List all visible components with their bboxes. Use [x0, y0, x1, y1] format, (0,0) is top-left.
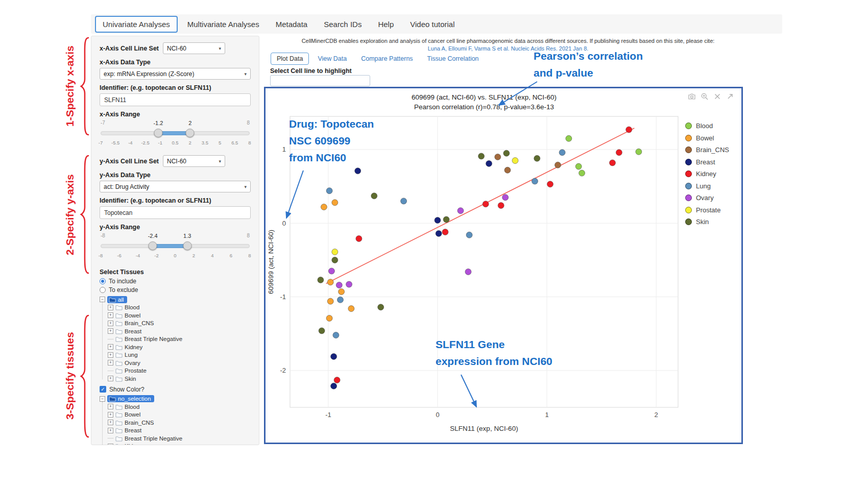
tree-item-lung[interactable]: +Lung [108, 351, 251, 359]
folder-icon [115, 336, 123, 342]
exclude-tissue-tree: −no_selection+Blood+Bowel+Brain_CNS+Brea… [100, 395, 251, 446]
y-identifier-input[interactable] [100, 206, 251, 219]
expand-icon[interactable]: + [108, 344, 113, 350]
x-data-type-label: x-Axis Data Type [100, 59, 251, 66]
legend-item-ovary[interactable]: Ovary [685, 194, 729, 202]
legend-item-breast[interactable]: Breast [685, 158, 729, 166]
tree-item-blood[interactable]: +Blood [108, 403, 251, 411]
radio-to-exclude[interactable]: To exclude [100, 286, 251, 294]
legend-dot-icon [685, 218, 692, 225]
expand-icon[interactable]: + [108, 404, 113, 409]
expand-icon[interactable]: + [108, 321, 113, 326]
legend-item-bowel[interactable]: Bowel [685, 134, 729, 142]
highlight-cell-line-input[interactable] [270, 75, 370, 86]
slider-handle-min[interactable] [149, 241, 157, 250]
brace-step3 [80, 314, 90, 438]
show-color-checkbox[interactable]: ✓ Show Color? [100, 386, 251, 393]
legend-item-lung[interactable]: Lung [685, 182, 729, 190]
tree-item-kidney[interactable]: +Kidney [108, 443, 251, 446]
slider-to-value: 2 [188, 120, 191, 126]
tree-item-ovary[interactable]: +Ovary [108, 359, 251, 367]
tree-item-bowel[interactable]: +Bowel [108, 311, 251, 320]
legend-item-kidney[interactable]: Kidney [685, 170, 729, 178]
tree-item-kidney[interactable]: +Kidney [108, 343, 251, 351]
legend-item-prostate[interactable]: Prostate [685, 206, 729, 214]
annotation-gene: SLFN11 Gene expression from NCI60 [436, 336, 552, 370]
legend-dot-icon [685, 207, 692, 213]
x-identifier-input[interactable] [100, 93, 251, 106]
svg-text:-1: -1 [325, 411, 331, 419]
y-range-slider[interactable]: -88-2.41.3-8-6-4-202468 [101, 233, 250, 261]
nav-tab-multivariate-analyses[interactable]: Multivariate Analyses [181, 17, 266, 32]
nav-tab-search-ids[interactable]: Search IDs [317, 17, 368, 32]
slider-handle-min[interactable] [154, 129, 162, 137]
page: 1-Specify x-axis 2-Specify y-axis 3-Spec… [0, 0, 868, 488]
expand-icon[interactable]: + [108, 444, 113, 445]
x-data-type-select[interactable]: exp: mRNA Expression (Z-Score) ▾ [100, 68, 251, 80]
tree-item-brain-cns[interactable]: +Brain_CNS [108, 320, 251, 328]
tab-tissue-correlation[interactable]: Tissue Correlation [422, 53, 485, 64]
nav-tab-help[interactable]: Help [371, 17, 400, 32]
folder-icon [115, 352, 123, 358]
legend-dot-icon [685, 123, 692, 129]
plot-tabs: Plot DataView DataCompare PatternsTissue… [271, 53, 485, 65]
tree-item-breast[interactable]: +Breast [108, 327, 251, 335]
folder-icon [115, 435, 123, 442]
tree-item-blood[interactable]: +Blood [108, 304, 251, 312]
folder-icon [115, 360, 123, 366]
radio-to-include[interactable]: To include [100, 278, 251, 285]
slider-selected-range[interactable] [153, 244, 187, 248]
expand-icon[interactable]: + [108, 312, 113, 318]
annotation-step1: 1-Specify x-axis [64, 45, 76, 127]
tree-item-breast[interactable]: +Breast [108, 427, 251, 435]
tree-root-no-selection[interactable]: −no_selection [100, 395, 251, 403]
expand-icon[interactable]: + [108, 376, 113, 381]
sidebar: x-Axis Cell Line Set NCI-60 ▾ x-Axis Dat… [91, 36, 259, 445]
tree-item-brain-cns[interactable]: +Brain_CNS [108, 419, 251, 427]
chevron-down-icon: ▾ [219, 46, 221, 51]
x-range-slider[interactable]: -78-1.22-7-5.5-4-2.5-10.523.556.58 [101, 120, 250, 149]
expand-icon[interactable]: + [108, 412, 113, 418]
collapse-icon[interactable]: − [100, 396, 105, 402]
legend-dot-icon [685, 170, 692, 177]
tree-item-prostate[interactable]: Prostate [108, 367, 251, 375]
svg-text:0: 0 [436, 411, 439, 419]
y-cell-line-set-select[interactable]: NCI-60 ▾ [163, 155, 225, 167]
citation-link[interactable]: Luna A, Elloumi F, Varma S et al. Nuclei… [266, 45, 751, 52]
chevron-down-icon: ▾ [244, 184, 247, 189]
expand-icon[interactable]: + [108, 305, 113, 310]
y-data-type-select[interactable]: act: Drug Activity ▾ [100, 181, 251, 192]
tree-root-all[interactable]: −all [100, 296, 251, 304]
slider-from-value: -2.4 [148, 233, 158, 239]
nav-tab-metadata[interactable]: Metadata [269, 17, 315, 32]
expand-icon[interactable]: + [108, 328, 113, 334]
expand-icon[interactable]: + [108, 420, 113, 425]
svg-text:-2: -2 [280, 367, 286, 374]
tab-compare-patterns[interactable]: Compare Patterns [355, 53, 418, 64]
y-data-type-label: y-Axis Data Type [100, 172, 251, 179]
y-identifier-label: Identifier: (e.g. topotecan or SLFN11) [100, 197, 251, 204]
tab-plot-data[interactable]: Plot Data [271, 53, 309, 65]
y-cell-line-set-label: y-Axis Cell Line Set [100, 158, 159, 165]
tab-view-data[interactable]: View Data [312, 53, 352, 64]
nav-tab-univariate-analyses[interactable]: Univariate Analyses [95, 16, 178, 33]
legend-item-blood[interactable]: Blood [685, 122, 729, 130]
expand-icon[interactable]: + [108, 352, 113, 358]
legend-item-brain-cns[interactable]: Brain_CNS [685, 146, 729, 154]
nav-tab-video-tutorial[interactable]: Video tutorial [403, 17, 461, 32]
expand-icon[interactable]: + [108, 428, 113, 433]
tree-item-breast-triple-negative[interactable]: Breast Triple Negative [108, 335, 251, 344]
collapse-icon[interactable]: − [100, 297, 105, 302]
folder-icon [115, 420, 123, 426]
top-nav: Univariate AnalysesMultivariate Analyses… [91, 14, 782, 34]
x-cell-line-set-select[interactable]: NCI-60 ▾ [163, 42, 225, 54]
legend-item-skin[interactable]: Skin [685, 218, 729, 226]
tree-item-skin[interactable]: +Skin [108, 375, 251, 383]
checkbox-checked-icon: ✓ [100, 386, 106, 393]
tree-item-breast-triple-negative[interactable]: Breast Triple Negative [108, 434, 251, 443]
tree-item-bowel[interactable]: +Bowel [108, 411, 251, 419]
annotation-drug: Drug: Topotecan NSC 609699 from NCI60 [289, 115, 374, 166]
slider-handle-max[interactable] [186, 129, 195, 137]
slider-handle-max[interactable] [183, 241, 191, 250]
expand-icon[interactable]: + [108, 360, 113, 365]
